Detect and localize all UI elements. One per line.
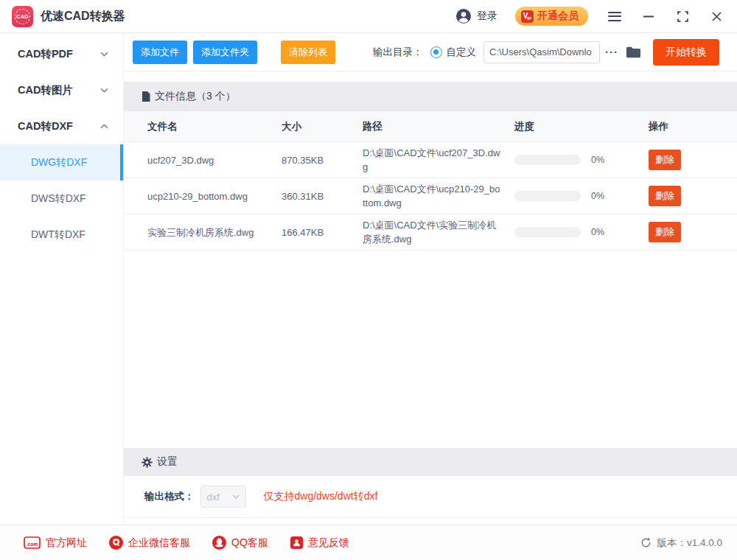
file-size: 870.35KB: [282, 150, 363, 171]
file-name: ucp210-29_bottom.dwg: [147, 186, 282, 207]
sidebar-item-cad-to-pdf[interactable]: CAD转PDF: [0, 36, 123, 72]
file-name: ucf207_3D.dwg: [147, 150, 282, 171]
col-action: 操作: [649, 120, 719, 133]
table-row: ucf207_3D.dwg 870.35KB D:\桌面\CAD文件\ucf20…: [124, 142, 737, 178]
app-window: CAD 优速CAD转换器 登录 VIP 开通会员: [0, 0, 737, 560]
add-folder-button[interactable]: 添加文件夹: [193, 41, 257, 64]
progress-cell: 0%: [514, 150, 649, 171]
col-progress: 进度: [514, 120, 649, 133]
delete-button[interactable]: 删除: [649, 186, 681, 206]
maximize-button[interactable]: [675, 7, 690, 25]
custom-radio[interactable]: [430, 46, 442, 58]
maximize-icon: [677, 11, 688, 22]
chevron-down-icon: [232, 494, 240, 499]
sidebar-item-cad-to-dxf[interactable]: CAD转DXF: [0, 108, 123, 144]
wechat-service-link[interactable]: 企业微信客服: [109, 536, 190, 550]
official-website-link[interactable]: .com 官方网址: [24, 536, 87, 550]
sidebar-sub-label: DWG转DXF: [31, 156, 87, 169]
output-format-value: dxf: [207, 491, 220, 503]
progress-cell: 0%: [514, 186, 649, 207]
file-path: D:\桌面\CAD文件\实验三制冷机房系统.dwg: [363, 214, 514, 250]
output-dir-group: 输出目录： 自定义 ··· 开始转换: [373, 39, 719, 66]
file-path: D:\桌面\CAD文件\ucp210-29_bottom.dwg: [363, 178, 514, 214]
chevron-down-icon: [100, 88, 108, 93]
start-convert-button[interactable]: 开始转换: [653, 39, 719, 66]
titlebar: CAD 优速CAD转换器 登录 VIP 开通会员: [0, 0, 737, 33]
settings-header: 设置: [124, 448, 737, 476]
output-path-input[interactable]: [483, 41, 600, 63]
version-info: 版本：v1.4.0.0: [640, 536, 722, 550]
app-logo-icon: CAD: [12, 6, 33, 27]
open-folder-button[interactable]: [626, 46, 641, 58]
sidebar-sub-label: DWT转DXF: [31, 228, 85, 242]
sidebar-item-cad-to-image[interactable]: CAD转图片: [0, 72, 123, 108]
document-icon: [142, 91, 150, 102]
delete-button[interactable]: 删除: [649, 222, 681, 242]
qq-service-link[interactable]: QQ客服: [212, 536, 268, 550]
progress-percent: 0%: [591, 189, 604, 203]
empty-area: [124, 251, 737, 448]
minimize-button[interactable]: [641, 7, 656, 25]
file-size: 166.47KB: [282, 222, 363, 243]
clear-list-button[interactable]: 清除列表: [281, 41, 335, 64]
output-format-select[interactable]: dxf: [200, 486, 246, 508]
file-path: D:\桌面\CAD文件\ucf207_3D.dwg: [363, 142, 514, 178]
user-avatar-icon: [455, 8, 472, 24]
output-dir-label: 输出目录：: [373, 46, 423, 59]
minimize-icon: [643, 15, 654, 18]
close-button[interactable]: [709, 7, 724, 25]
app-logo-text: CAD: [15, 9, 30, 24]
settings-body: 输出格式： dxf 仅支持dwg/dws/dwt转dxf: [124, 476, 737, 518]
close-icon: [712, 12, 722, 21]
table-row: ucp210-29_bottom.dwg 360.31KB D:\桌面\CAD文…: [124, 178, 737, 214]
gear-icon: [142, 457, 153, 468]
hamburger-icon: [608, 12, 621, 21]
footer-link-label: 官方网址: [46, 536, 87, 550]
folder-icon: [626, 46, 641, 58]
sidebar-item-dws-to-dxf[interactable]: DWS转DXF: [0, 181, 123, 217]
file-size: 360.31KB: [282, 186, 363, 207]
sidebar-item-dwt-to-dxf[interactable]: DWT转DXF: [0, 217, 123, 253]
menu-button[interactable]: [607, 7, 622, 25]
sidebar-item-dwg-to-dxf[interactable]: DWG转DXF: [0, 144, 123, 181]
file-name: 实验三制冷机房系统.dwg: [147, 222, 282, 243]
settings-title: 设置: [157, 455, 178, 469]
footer-link-label: 意见反馈: [308, 536, 349, 550]
format-support-note: 仅支持dwg/dws/dwt转dxf: [264, 490, 378, 503]
vip-button[interactable]: VIP 开通会员: [515, 7, 588, 26]
progress-percent: 0%: [591, 225, 604, 239]
progress-percent: 0%: [591, 153, 604, 167]
footer-link-label: QQ客服: [231, 536, 268, 550]
website-com-icon: .com: [24, 536, 41, 549]
progress-bar: [514, 227, 581, 237]
vip-label: 开通会员: [537, 10, 579, 23]
footer: .com 官方网址 企业微信客服 QQ客服: [0, 525, 737, 560]
col-filename: 文件名: [147, 120, 282, 133]
col-size: 大小: [282, 120, 363, 133]
sidebar-group-label: CAD转DXF: [18, 119, 73, 133]
browse-more-button[interactable]: ···: [605, 46, 618, 58]
qq-icon: [212, 536, 226, 550]
chevron-up-icon: [100, 124, 108, 129]
titlebar-right: 登录 VIP 开通会员: [455, 7, 724, 26]
app-body: CAD转PDF CAD转图片 CAD转DXF DWG转DXF DWS转DXF D…: [0, 33, 737, 525]
feedback-icon: [290, 536, 303, 549]
vip-icon: VIP: [521, 10, 534, 23]
svg-text:.com: .com: [26, 542, 38, 547]
footer-link-label: 企业微信客服: [128, 536, 190, 550]
sidebar: CAD转PDF CAD转图片 CAD转DXF DWG转DXF DWS转DXF D…: [0, 33, 124, 525]
login-label: 登录: [477, 10, 497, 23]
login-button[interactable]: 登录: [455, 8, 497, 24]
progress-bar: [514, 191, 581, 201]
progress-bar: [514, 155, 581, 165]
sidebar-group-label: CAD转PDF: [18, 47, 73, 61]
sidebar-sub-label: DWS转DXF: [31, 192, 86, 206]
add-file-button[interactable]: 添加文件: [133, 41, 187, 64]
output-format-label: 输出格式：: [144, 490, 195, 503]
table-row: 实验三制冷机房系统.dwg 166.47KB D:\桌面\CAD文件\实验三制冷…: [124, 214, 737, 251]
feedback-link[interactable]: 意见反馈: [290, 536, 349, 550]
table-header: 文件名 大小 路径 进度 操作: [124, 111, 737, 142]
chevron-down-icon: [100, 52, 108, 57]
delete-button[interactable]: 删除: [649, 150, 681, 170]
toolbar: 添加文件 添加文件夹 清除列表 输出目录： 自定义 ··· 开始转换: [124, 33, 737, 71]
